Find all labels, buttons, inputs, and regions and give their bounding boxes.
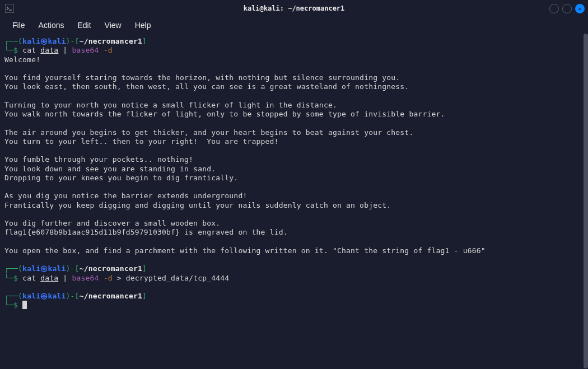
menu-actions[interactable]: Actions [32,18,71,32]
prompt-decoration: ┌──(kali㉿kali)-[~/necromancer1] [4,292,584,301]
command-line: └─$ cat data | base64 -d > decrypted_dat… [4,274,584,283]
output-line: You turn to your left.. then to your rig… [4,137,279,146]
prompt-decoration: ┌──(kali㉿kali)-[~/necromancer1] [4,37,584,46]
menu-file[interactable]: File [6,18,32,32]
command-line: └─$ cat data | base64 -d [4,46,584,55]
output-line: Turning to your north you notice a small… [4,101,337,109]
terminal-icon [4,3,15,13]
output-line: You find yourself staring towards the ho… [4,73,400,82]
window-controls [549,4,585,13]
output-line: You look east, then south, then west, al… [4,82,409,91]
menubar: File Actions Edit View Help [0,17,588,34]
titlebar: kali@kali: ~/necromancer1 [0,0,588,17]
output-line: Dropping to your knees you begin to dig … [4,174,238,182]
output-line: Welcome! [4,55,40,64]
output-line: You fumble through your pockets.. nothin… [4,155,193,164]
output-line: You dig further and discover a small woo… [4,219,220,227]
scrollbar-thumb[interactable] [584,34,588,368]
menu-help[interactable]: Help [128,18,158,32]
menu-edit[interactable]: Edit [71,18,97,32]
terminal-content[interactable]: ┌──(kali㉿kali)-[~/necromancer1]└─$ cat d… [0,34,588,314]
output-line: As you dig you notice the barrier extend… [4,191,247,200]
window-title: kali@kali: ~/necromancer1 [244,4,345,12]
cursor [22,301,27,309]
output-line: The air around you begins to get thicker… [4,128,413,137]
prompt-decoration: ┌──(kali㉿kali)-[~/necromancer1] [4,264,584,273]
scrollbar[interactable] [584,34,588,368]
svg-rect-0 [5,4,14,13]
output-line: You open the box, and find a parchment w… [4,246,486,255]
maximize-button[interactable] [562,4,572,13]
output-line: You look down and see you are standing i… [4,165,216,173]
command-line: └─$ [4,301,584,310]
menu-view[interactable]: View [98,18,128,32]
output-line: You walk north towards the flicker of li… [4,110,445,118]
minimize-button[interactable] [549,4,559,13]
output-line: flag1{e6078b9b1aac915d11b9fd59791030bf} … [4,228,288,236]
close-button[interactable] [575,4,585,13]
output-line: Frantically you keep digging and digging… [4,201,391,209]
